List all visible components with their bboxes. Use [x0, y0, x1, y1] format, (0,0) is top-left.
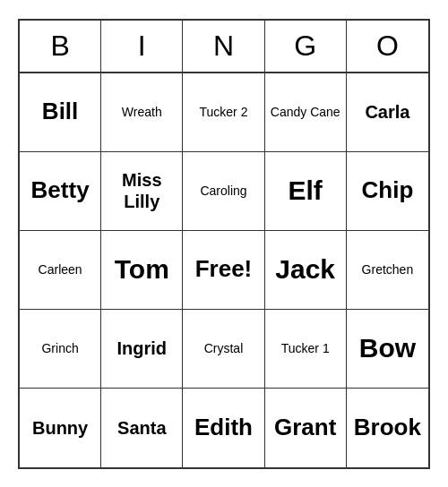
cell-text-10: Carleen [39, 262, 82, 278]
bingo-cell-9: Chip [347, 152, 428, 231]
cell-text-5: Betty [31, 176, 90, 204]
cell-text-6: Miss Lilly [105, 169, 178, 212]
bingo-cell-12: Free! [183, 231, 264, 310]
cell-text-19: Bow [359, 332, 416, 364]
cell-text-2: Tucker 2 [200, 105, 248, 120]
cell-text-7: Caroling [200, 184, 246, 199]
header-letter-b: B [20, 21, 101, 72]
cell-text-12: Free! [195, 255, 253, 283]
bingo-cell-24: Brook [347, 389, 428, 467]
cell-text-8: Elf [289, 175, 323, 207]
cell-text-9: Chip [362, 176, 414, 204]
cell-text-3: Candy Cane [271, 105, 340, 120]
bingo-cell-4: Carla [347, 73, 428, 152]
bingo-cell-2: Tucker 2 [183, 73, 264, 152]
bingo-cell-20: Bunny [20, 389, 101, 467]
header-letter-n: N [183, 21, 264, 72]
bingo-cell-22: Edith [183, 389, 264, 467]
cell-text-24: Brook [354, 414, 421, 441]
bingo-card: BINGO BillWreathTucker 2Candy CaneCarlaB… [18, 19, 430, 469]
cell-text-22: Edith [194, 414, 253, 441]
bingo-cell-11: Tom [101, 231, 183, 310]
header-letter-i: I [101, 21, 183, 72]
cell-text-4: Carla [365, 101, 409, 123]
bingo-cell-3: Candy Cane [265, 73, 347, 152]
bingo-cell-0: Bill [20, 73, 101, 152]
bingo-cell-16: Ingrid [101, 310, 183, 389]
cell-text-23: Grant [274, 414, 336, 441]
bingo-grid: BillWreathTucker 2Candy CaneCarlaBettyMi… [20, 73, 428, 467]
bingo-header: BINGO [20, 21, 428, 73]
bingo-cell-23: Grant [265, 389, 347, 467]
cell-text-0: Bill [42, 98, 78, 125]
cell-text-18: Tucker 1 [281, 341, 330, 356]
bingo-cell-7: Caroling [183, 152, 264, 231]
cell-text-15: Grinch [41, 341, 78, 356]
bingo-cell-13: Jack [265, 231, 347, 310]
bingo-cell-14: Gretchen [347, 231, 428, 310]
bingo-cell-5: Betty [20, 152, 101, 231]
bingo-cell-1: Wreath [101, 73, 183, 152]
bingo-cell-17: Crystal [183, 310, 264, 389]
bingo-cell-18: Tucker 1 [265, 310, 347, 389]
cell-text-16: Ingrid [117, 337, 168, 359]
cell-text-11: Tom [115, 253, 169, 286]
cell-text-14: Gretchen [362, 262, 414, 278]
bingo-cell-6: Miss Lilly [101, 152, 183, 231]
cell-text-17: Crystal [204, 341, 244, 356]
header-letter-g: G [265, 21, 347, 72]
cell-text-13: Jack [275, 253, 335, 286]
cell-text-21: Santa [117, 417, 166, 439]
bingo-cell-8: Elf [265, 152, 347, 231]
cell-text-1: Wreath [122, 105, 162, 120]
bingo-cell-15: Grinch [20, 310, 101, 389]
cell-text-20: Bunny [32, 417, 88, 439]
bingo-cell-19: Bow [347, 310, 428, 389]
bingo-cell-21: Santa [101, 389, 183, 467]
header-letter-o: O [347, 21, 428, 72]
bingo-cell-10: Carleen [20, 231, 101, 310]
